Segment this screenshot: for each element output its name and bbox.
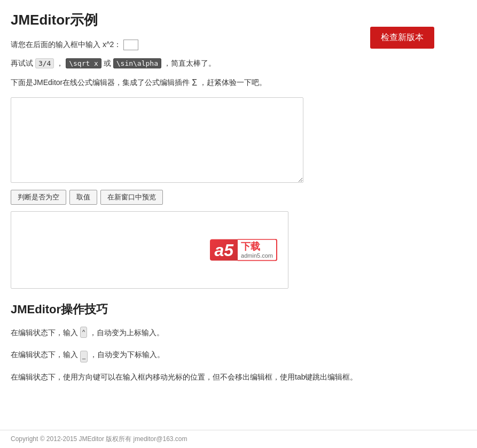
check-version-button[interactable]: 检查新版本 bbox=[370, 27, 434, 49]
tip-2-sub-badge: _ bbox=[80, 351, 88, 362]
tip-3-text: 在编辑状态下，使用方向键可以在输入框内移动光标的位置，但不会移出编辑框，使用ta… bbox=[11, 373, 357, 381]
watermark-right: 下载 admin5.com bbox=[238, 238, 277, 261]
preview-area: a5 下载 admin5.com bbox=[11, 211, 288, 289]
intro-desc-text: 下面是JMEditor在线公式编辑器，集成了公式编辑插件 bbox=[11, 78, 192, 87]
code-badge-fraction: 3/4 bbox=[35, 58, 54, 68]
tip-3: 在编辑状态下，使用方向键可以在输入框内移动光标的位置，但不会移出编辑框，使用ta… bbox=[11, 370, 449, 384]
tips-title: JMEditor操作技巧 bbox=[11, 302, 449, 318]
button-row: 判断是否为空 取值 在新窗口中预览 bbox=[11, 190, 449, 205]
tip-1-sup-badge: ^ bbox=[80, 327, 87, 338]
watermark: a5 下载 admin5.com bbox=[210, 238, 277, 261]
tip-1-suffix: ，自动变为上标输入。 bbox=[89, 328, 164, 337]
code-badge-sin: \sin\alpha bbox=[113, 58, 161, 68]
watermark-a5-text: a5 bbox=[210, 240, 238, 261]
intro-suffix: ，简直太棒了。 bbox=[163, 59, 216, 67]
intro-line-3: 下面是JMEditor在线公式编辑器，集成了公式编辑插件 Σ ，赶紧体验一下吧。 bbox=[11, 75, 449, 91]
main-content: JMEditor示例 请您在后面的输入框中输入 x^2： 再试试 3/4 ， \… bbox=[0, 0, 459, 424]
watermark-url-text: admin5.com bbox=[241, 252, 273, 259]
code-badge-sqrt: \sqrt x bbox=[66, 58, 101, 68]
intro-or: 或 bbox=[104, 59, 111, 67]
watermark-download-text: 下载 bbox=[241, 241, 273, 252]
main-editor[interactable] bbox=[11, 97, 303, 183]
get-value-button[interactable]: 取值 bbox=[69, 190, 97, 205]
tip-2: 在编辑状态下，输入 _ ，自动变为下标输入。 bbox=[11, 348, 449, 361]
tips-section: JMEditor操作技巧 在编辑状态下，输入 ^ ，自动变为上标输入。 在编辑状… bbox=[11, 302, 449, 384]
preview-button[interactable]: 在新窗口中预览 bbox=[100, 190, 163, 205]
tip-2-prefix: 在编辑状态下，输入 bbox=[11, 350, 78, 359]
judge-empty-button[interactable]: 判断是否为空 bbox=[11, 190, 66, 205]
tip-2-suffix: ，自动变为下标输入。 bbox=[90, 350, 165, 359]
intro-desc-suffix: ，赶紧体验一下吧。 bbox=[199, 78, 267, 87]
footer: Copyright © 2012-2015 JMEditor 版权所有 jmed… bbox=[0, 430, 477, 448]
copyright-text: Copyright © 2012-2015 JMEditor 版权所有 jmed… bbox=[11, 435, 187, 443]
math-input[interactable] bbox=[123, 40, 138, 50]
sigma-symbol: Σ bbox=[192, 78, 197, 87]
watermark-logo: a5 下载 admin5.com bbox=[210, 238, 277, 261]
intro-sep: ， bbox=[56, 59, 64, 67]
intro-retry-prefix: 再试试 bbox=[11, 59, 33, 67]
intro-text-1: 请您在后面的输入框中输入 x^2： bbox=[11, 40, 121, 49]
tip-1-prefix: 在编辑状态下，输入 bbox=[11, 328, 78, 337]
intro-line-2: 再试试 3/4 ， \sqrt x 或 \sin\alpha ，简直太棒了。 bbox=[11, 57, 449, 70]
tip-1: 在编辑状态下，输入 ^ ，自动变为上标输入。 bbox=[11, 326, 449, 339]
